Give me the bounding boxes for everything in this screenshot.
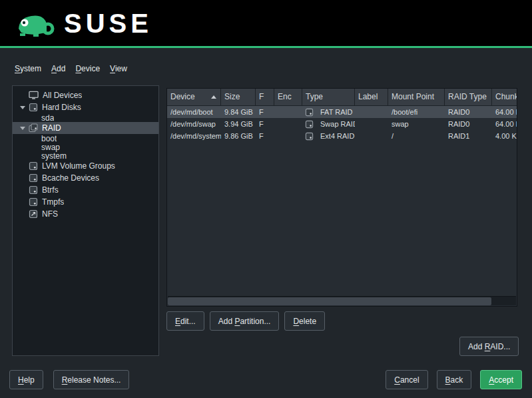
cell-format: F bbox=[256, 106, 274, 118]
suse-chameleon-icon bbox=[13, 8, 56, 39]
menu-device[interactable]: Device bbox=[74, 63, 101, 74]
tmpfs-icon bbox=[29, 197, 38, 207]
tree-label: NFS bbox=[42, 209, 58, 219]
expand-arrow-icon[interactable] bbox=[17, 127, 29, 130]
menubar: System Add Device View bbox=[13, 63, 129, 74]
cell-device: /dev/md/boot bbox=[167, 106, 221, 118]
table-row-md-boot[interactable]: /dev/md/boot 9.84 GiB F FAT RAID /boot/e… bbox=[167, 106, 517, 118]
back-button[interactable]: Back bbox=[437, 370, 472, 389]
cancel-button[interactable]: Cancel bbox=[386, 370, 427, 389]
delete-button[interactable]: Delete bbox=[284, 311, 325, 331]
cell-label bbox=[355, 118, 388, 130]
sidebar-item-all-devices[interactable]: All Devices bbox=[13, 89, 158, 101]
cell-label bbox=[355, 130, 388, 142]
cell-type-label: Swap RAID bbox=[320, 118, 355, 130]
sidebar-item-btrfs[interactable]: Btrfs bbox=[13, 184, 158, 196]
cell-enc bbox=[274, 118, 302, 130]
suse-logo: SUSE bbox=[13, 8, 152, 39]
sidebar-item-sda[interactable]: sda bbox=[13, 113, 158, 122]
column-header-device[interactable]: Device bbox=[167, 89, 221, 106]
computer-icon bbox=[29, 91, 39, 100]
cell-raid-type: RAID0 bbox=[445, 106, 492, 118]
tree-label: All Devices bbox=[43, 91, 82, 100]
cell-size: 3.94 GiB bbox=[221, 118, 256, 130]
sidebar-item-bcache-devices[interactable]: Bcache Devices bbox=[13, 172, 158, 184]
add-partition-button[interactable]: Add Partition... bbox=[210, 311, 280, 331]
tree-label: boot bbox=[41, 134, 57, 143]
sidebar-item-system[interactable]: system bbox=[13, 151, 158, 160]
column-header-size[interactable]: Size bbox=[221, 89, 256, 106]
sidebar-item-hard-disks[interactable]: Hard Disks bbox=[13, 101, 158, 113]
sidebar-item-swap[interactable]: swap bbox=[13, 143, 158, 151]
cell-mount-point: / bbox=[388, 130, 445, 142]
tree-label: sda bbox=[41, 113, 54, 123]
tree-label: Tmpfs bbox=[42, 197, 64, 207]
column-header-label[interactable]: Label bbox=[355, 89, 388, 106]
tree-label: LVM Volume Groups bbox=[42, 161, 115, 171]
column-header-enc[interactable]: Enc bbox=[274, 89, 302, 106]
cell-type-label: FAT RAID bbox=[320, 106, 353, 118]
column-header-label: Size bbox=[224, 92, 240, 101]
cell-type: Ext4 RAID bbox=[302, 130, 355, 142]
cell-chunk-size: 64.00 KiB bbox=[492, 106, 517, 118]
column-header-type[interactable]: Type bbox=[302, 89, 355, 106]
table-action-buttons: Edit... Add Partition... Delete bbox=[166, 311, 325, 331]
raid-icon bbox=[29, 123, 38, 133]
expand-arrow-icon[interactable] bbox=[17, 106, 29, 109]
tree-label: RAID bbox=[42, 123, 61, 133]
column-header-chunk-size[interactable]: Chunk Size bbox=[492, 89, 517, 106]
sort-ascending-icon bbox=[211, 95, 216, 99]
horizontal-scrollbar[interactable] bbox=[168, 296, 516, 305]
cell-size: 9.84 GiB bbox=[221, 106, 256, 118]
add-raid-button[interactable]: Add RAID... bbox=[459, 337, 519, 356]
sidebar-item-raid[interactable]: RAID bbox=[13, 122, 158, 134]
sidebar-item-tmpfs[interactable]: Tmpfs bbox=[13, 196, 158, 208]
help-button[interactable]: Help bbox=[9, 370, 43, 389]
sidebar-item-boot[interactable]: boot bbox=[13, 134, 158, 143]
column-header-f[interactable]: F bbox=[256, 89, 274, 106]
bcache-icon bbox=[29, 173, 38, 183]
tree-label: system bbox=[41, 151, 67, 161]
sidebar-item-nfs[interactable]: NFS bbox=[13, 208, 158, 220]
sidebar-item-lvm-volume-groups[interactable]: LVM Volume Groups bbox=[13, 160, 158, 172]
release-notes-button[interactable]: Release Notes... bbox=[53, 370, 130, 389]
cell-size: 9.86 GiB bbox=[221, 130, 256, 142]
devices-table: Device Size F Enc Type Label Mount Point… bbox=[166, 88, 517, 307]
column-header-label: F bbox=[259, 92, 264, 101]
tree-label: Bcache Devices bbox=[42, 173, 99, 183]
suse-brand-header: SUSE bbox=[0, 0, 532, 48]
brand-text: SUSE bbox=[64, 10, 152, 37]
column-header-label: Label bbox=[358, 92, 378, 101]
cell-format: F bbox=[256, 130, 274, 142]
table-row-md-system[interactable]: /dev/md/system 9.86 GiB F Ext4 RAID / RA… bbox=[167, 130, 517, 142]
yast-expert-partitioner-window: SUSE System Add Device View All Devices … bbox=[0, 0, 532, 398]
column-header-label: Type bbox=[306, 92, 323, 101]
table-row-md-swap[interactable]: /dev/md/swap 3.94 GiB F Swap RAID swap R… bbox=[167, 118, 517, 130]
cell-enc bbox=[274, 106, 302, 118]
tree-label: Btrfs bbox=[42, 185, 59, 195]
cell-raid-type: RAID1 bbox=[445, 130, 492, 142]
tree-label: swap bbox=[41, 143, 60, 152]
edit-button[interactable]: Edit... bbox=[166, 311, 204, 331]
menu-view[interactable]: View bbox=[109, 63, 129, 74]
partition-icon bbox=[305, 120, 314, 129]
cell-device: /dev/md/swap bbox=[167, 118, 221, 130]
menu-system[interactable]: System bbox=[13, 63, 43, 74]
cell-mount-point: /boot/efi bbox=[388, 106, 445, 118]
column-header-label: Enc bbox=[278, 92, 292, 101]
cell-raid-type: RAID0 bbox=[445, 118, 492, 130]
column-header-raid-type[interactable]: RAID Type bbox=[445, 89, 492, 106]
cell-type: Swap RAID bbox=[302, 118, 355, 130]
column-header-label: Chunk Size bbox=[495, 92, 517, 101]
menu-add[interactable]: Add bbox=[50, 63, 67, 74]
accept-button[interactable]: Accept bbox=[480, 370, 522, 389]
partition-icon bbox=[305, 108, 314, 117]
cell-enc bbox=[274, 130, 302, 142]
cell-format: F bbox=[256, 118, 274, 130]
btrfs-icon bbox=[29, 185, 38, 195]
table-header-row: Device Size F Enc Type Label Mount Point… bbox=[167, 89, 517, 106]
horizontal-scrollbar-thumb[interactable] bbox=[168, 297, 491, 305]
column-header-mount-point[interactable]: Mount Point bbox=[388, 89, 445, 106]
cell-chunk-size: 64.00 KiB bbox=[492, 118, 517, 130]
column-header-label: Mount Point bbox=[392, 92, 434, 101]
